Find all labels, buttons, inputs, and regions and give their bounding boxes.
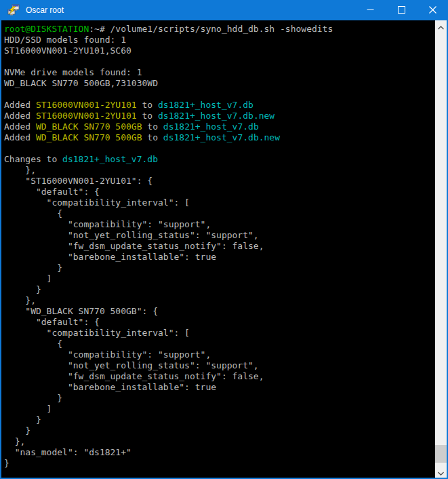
- terminal-line: root@DISKSTATION:~# /volume1/scripts/syn…: [4, 24, 435, 35]
- terminal-line: }: [4, 284, 435, 295]
- close-icon: [429, 4, 436, 16]
- terminal-line: "compatibility_interval": [: [4, 328, 435, 339]
- terminal-line: "barebone_installable": true: [4, 252, 435, 263]
- terminal-line: }: [4, 458, 435, 469]
- putty-app-icon: [7, 3, 20, 17]
- terminal-line: [4, 56, 435, 67]
- terminal-line: "ST16000VN001-2YU101": {: [4, 176, 435, 187]
- terminal-line: "fw_dsm_update_status_notify": false,: [4, 241, 435, 252]
- terminal-line: "not_yet_rolling_status": "support",: [4, 230, 435, 241]
- minimize-icon: [367, 4, 374, 16]
- terminal-line: ST16000VN001-2YU101,SC60: [4, 45, 435, 56]
- chevron-up-icon: [438, 20, 444, 33]
- terminal-line: }: [4, 263, 435, 273]
- terminal-line: Added WD_BLACK SN770 500GB to ds1821+_ho…: [4, 132, 435, 143]
- terminal-line: "nas_model": "ds1821+": [4, 447, 435, 458]
- close-button[interactable]: [417, 0, 448, 20]
- terminal-line: WD_BLACK SN770 500GB,731030WD: [4, 78, 435, 89]
- terminal-line: ]: [4, 273, 435, 284]
- maximize-button[interactable]: [386, 0, 417, 20]
- terminal-line: "fw_dsm_update_status_notify": false,: [4, 371, 435, 382]
- scrollbar-thumb[interactable]: [435, 445, 447, 463]
- terminal-line: }: [4, 393, 435, 404]
- terminal-line: "compatibility": "support",: [4, 349, 435, 360]
- terminal-line: "default": {: [4, 317, 435, 328]
- putty-window: Oscar root root@DISKSTATION:~# /volume1/…: [0, 0, 448, 479]
- window-title: Oscar root: [26, 5, 354, 15]
- terminal-line: ]: [4, 404, 435, 415]
- terminal-line: "barebone_installable": true: [4, 382, 435, 393]
- terminal-line: Added WD_BLACK SN770 500GB to ds1821+_ho…: [4, 121, 435, 132]
- titlebar[interactable]: Oscar root: [0, 0, 448, 20]
- terminal-line: Changes to ds1821+_host_v7.db: [4, 154, 435, 165]
- chevron-down-icon: [438, 466, 444, 478]
- terminal-line: "WD_BLACK SN770 500GB": {: [4, 306, 435, 317]
- terminal-line: Added ST16000VN001-2YU101 to ds1821+_hos…: [4, 100, 435, 111]
- terminal-line: }: [4, 425, 435, 436]
- caption-buttons: [354, 0, 448, 20]
- terminal-line: [4, 143, 435, 154]
- terminal-line: "not_yet_rolling_status": "support",: [4, 360, 435, 371]
- terminal-line: "compatibility_interval": [: [4, 197, 435, 208]
- terminal-line: [4, 89, 435, 100]
- scroll-up-button[interactable]: [435, 20, 447, 32]
- terminal-line: },: [4, 165, 435, 176]
- terminal-line: },: [4, 436, 435, 447]
- terminal-line: {: [4, 208, 435, 219]
- scroll-down-button[interactable]: [435, 466, 447, 478]
- scrollbar[interactable]: [435, 20, 447, 478]
- terminal-line: },: [4, 295, 435, 306]
- terminal-line: "compatibility": "support",: [4, 219, 435, 230]
- terminal-body: root@DISKSTATION:~# /volume1/scripts/syn…: [1, 20, 447, 478]
- maximize-icon: [398, 4, 405, 16]
- terminal-line: Added ST16000VN001-2YU101 to ds1821+_hos…: [4, 111, 435, 121]
- terminal-line: NVMe drive models found: 1: [4, 67, 435, 78]
- minimize-button[interactable]: [354, 0, 386, 20]
- terminal-line: {: [4, 339, 435, 349]
- terminal-line: }: [4, 415, 435, 425]
- terminal-line: "default": {: [4, 187, 435, 197]
- terminal-line: HDD/SSD models found: 1: [4, 35, 435, 45]
- terminal-output[interactable]: root@DISKSTATION:~# /volume1/scripts/syn…: [1, 20, 435, 478]
